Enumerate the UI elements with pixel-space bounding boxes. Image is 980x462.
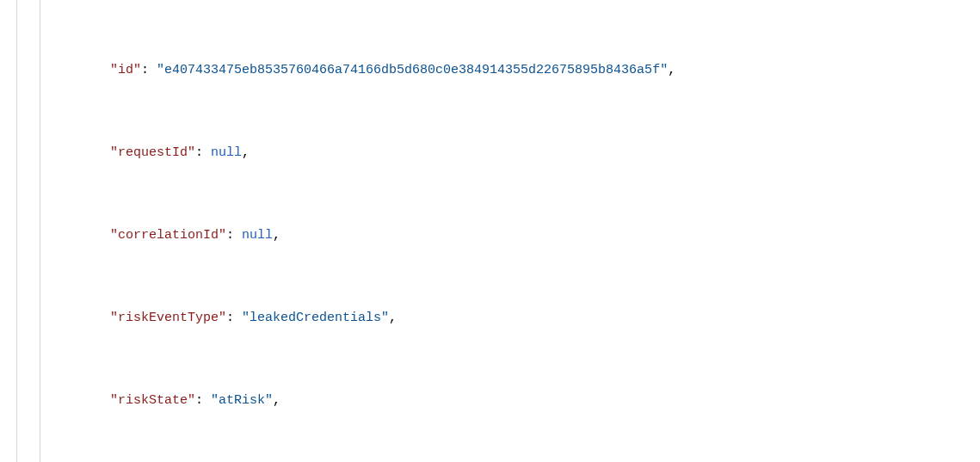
json-code-block: "id": "e407433475eb8535760466a74166db5d6… [0,0,980,462]
code-viewer: "id": "e407433475eb8535760466a74166db5d6… [0,0,980,462]
json-key: "riskEventType" [110,311,226,325]
json-line-requestId: "requestId": null, [0,143,980,163]
json-value: "atRisk" [211,393,273,408]
comma: , [273,228,280,243]
colon: : [195,393,211,408]
colon: : [226,228,242,243]
json-line-riskState: "riskState": "atRisk", [0,391,980,411]
comma: , [273,393,280,408]
json-value: "e407433475eb8535760466a74166db5d680c0e3… [157,63,668,77]
json-line-id: "id": "e407433475eb8535760466a74166db5d6… [0,60,980,81]
json-value: null [211,145,242,160]
colon: : [226,311,242,325]
json-key: "requestId" [110,145,195,160]
json-value: null [242,228,273,243]
comma: , [242,145,250,160]
json-line-correlationId: "correlationId": null, [0,225,980,246]
comma: , [668,63,675,77]
json-line-riskEventType: "riskEventType": "leakedCredentials", [0,308,980,329]
json-key: "correlationId" [110,228,226,243]
colon: : [195,145,211,160]
json-value: "leakedCredentials" [242,311,389,325]
json-key: "riskState" [110,393,195,408]
colon: : [141,63,157,77]
json-key: "id" [110,63,141,77]
comma: , [389,311,397,325]
